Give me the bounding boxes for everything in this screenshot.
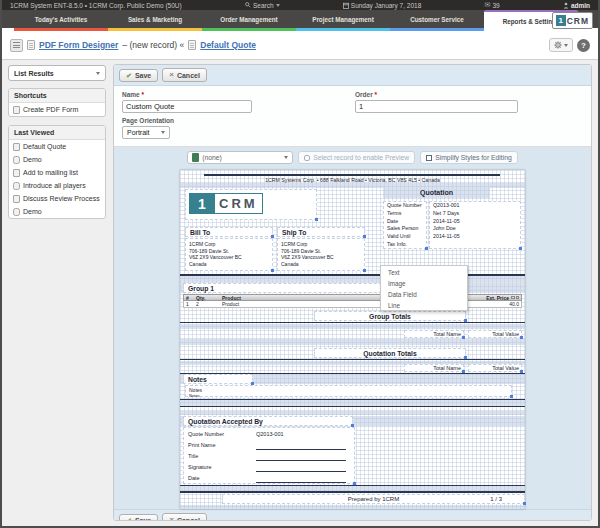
pdf-logo: 1 CRM: [189, 193, 263, 214]
top-action-bar: ✔ Save × Cancel: [114, 65, 591, 86]
top-system-bar: 1CRM System ENT-8.5.0 • 1CRM Corp. Publi…: [2, 0, 598, 10]
simplify-styles-button[interactable]: Simplify Styles for Editing: [420, 151, 518, 164]
sidebar-item-add-to-mailing-list[interactable]: Add to mailing list: [9, 166, 105, 179]
address-line: Canada: [189, 261, 269, 268]
stripe-segment: [390, 28, 484, 31]
pdf-band: [180, 324, 525, 329]
mail-icon: ✉: [485, 1, 491, 9]
pdf-notes-block[interactable]: Notes Notes: [185, 385, 512, 397]
pdf-line-items-table[interactable]: # Qty. Product Ext. Price 1 2 Product ea: [183, 294, 522, 308]
pdf-group-totals-title[interactable]: Group Totals: [314, 311, 466, 321]
accepted-field-value: Q2013-001: [256, 431, 284, 437]
save-button-bottom[interactable]: ✔ Save: [119, 514, 158, 522]
pdf-section-rule[interactable]: [180, 406, 525, 407]
pdf-quote-labels-block[interactable]: Quote Number Terms Date Sales Person Val…: [383, 201, 427, 249]
pdf-accepted-by-title[interactable]: Quotation Accepted By: [183, 416, 353, 426]
sidebar-item-demo-1[interactable]: Demo: [9, 153, 105, 166]
sidebar-item-label: Create PDF Form: [23, 106, 78, 113]
module-link[interactable]: PDF Form Designer: [39, 40, 118, 50]
pdf-total-value-cell[interactable]: Total Value: [468, 364, 522, 372]
call-icon: [13, 156, 20, 164]
calendar-widget[interactable]: Sunday January 7, 2018: [343, 2, 421, 9]
pdf-page-canvas[interactable]: 1CRM Systems Corp. • 688 Falkland Road •…: [180, 170, 525, 509]
shortcuts-title: Shortcuts: [9, 89, 105, 103]
stripe-segment: [108, 28, 202, 31]
pdf-total-name-cell[interactable]: Total Name: [404, 364, 464, 372]
save-button[interactable]: ✔ Save: [119, 69, 158, 82]
context-menu-item-text[interactable]: Text: [381, 266, 467, 277]
sidebar-item-discuss-review-process[interactable]: Discuss Review Process: [9, 192, 105, 205]
pdf-header-rule[interactable]: [204, 174, 500, 176]
sidebar-item-default-quote[interactable]: Default Quote: [9, 140, 105, 153]
pdf-designer-area: (none) Select record to enable Preview S…: [114, 147, 591, 509]
pdf-field-label: Quote Number: [384, 202, 426, 210]
pdf-footer-rule[interactable]: [180, 491, 525, 493]
tab-project-management[interactable]: Project Management: [296, 10, 390, 28]
tab-customer-service[interactable]: Customer Service: [390, 10, 484, 28]
record-select[interactable]: (none): [187, 151, 293, 164]
help-button[interactable]: ?: [577, 39, 590, 52]
pdf-notes-title[interactable]: Notes: [183, 374, 253, 384]
sidebar-item-create-pdf-form[interactable]: Create PDF Form: [9, 103, 105, 116]
cancel-button-label: Cancel: [177, 517, 200, 522]
enable-preview-button[interactable]: Select record to enable Preview: [298, 151, 415, 164]
pdf-field-label: Tax Info.: [384, 241, 426, 249]
context-menu-item-data-field[interactable]: Data Field: [381, 288, 467, 299]
document-icon: [27, 40, 35, 50]
signature-line: [256, 460, 346, 461]
cancel-button[interactable]: × Cancel: [162, 68, 207, 82]
caret-down-icon: [161, 131, 165, 134]
pdf-accepted-by-block[interactable]: Quote Number Q2013-001 Print Name Title …: [183, 427, 355, 484]
sidebar-item-introduce-all-players[interactable]: Introduce all players: [9, 179, 105, 192]
pdf-section-rule[interactable]: [180, 485, 525, 486]
sidebar-item-demo-2[interactable]: Demo: [9, 205, 105, 218]
check-icon: ✔: [126, 517, 132, 522]
last-viewed-title: Last Viewed: [9, 126, 105, 140]
pdf-logo-block[interactable]: 1 CRM: [185, 189, 317, 220]
name-label: Name *: [122, 91, 355, 98]
list-results-dropdown[interactable]: List Results: [8, 65, 106, 81]
menu-button[interactable]: [10, 39, 23, 52]
accepted-field-label: Date: [188, 475, 200, 481]
pdf-footer-block[interactable]: Prepared by 1CRM 1 / 3: [222, 494, 525, 504]
pdf-band: [180, 276, 525, 282]
order-label: Order *: [355, 91, 518, 98]
pdf-total-value-cell[interactable]: Total Value: [468, 330, 522, 338]
pdf-ship-to-block[interactable]: 1CRM Corp 706-189 Davie St. V6Z 2X9 Vanc…: [277, 238, 365, 271]
global-search[interactable]: Search: [245, 2, 280, 9]
pdf-total-name-cell[interactable]: Total Name: [404, 330, 464, 338]
pdf-section-rule[interactable]: [180, 359, 525, 360]
pdf-ship-to-title[interactable]: Ship To: [277, 227, 365, 237]
pdf-quotation-title[interactable]: Quotation: [383, 188, 490, 198]
pdf-section-rule[interactable]: [180, 322, 525, 323]
column-add-remove-controls[interactable]: [511, 296, 519, 300]
tab-todays-activities[interactable]: Today's Activities: [14, 10, 108, 28]
logo-one-block: 1: [556, 15, 566, 26]
cancel-button-bottom[interactable]: × Cancel: [162, 513, 207, 521]
pdf-field-value: Q2013-001: [430, 202, 520, 210]
accepted-field-row: Quote Number Q2013-001: [184, 429, 354, 440]
tab-sales-marketing[interactable]: Sales & Marketing: [108, 10, 202, 28]
mail-widget[interactable]: ✉ 39: [485, 1, 500, 9]
caret-down-icon: [276, 4, 280, 7]
pdf-quote-values-block[interactable]: Q2013-001 Net 7 Days 2014-11-05 John Doe…: [429, 201, 521, 249]
context-menu-item-line[interactable]: Line: [381, 299, 467, 310]
name-input[interactable]: [122, 100, 252, 113]
sidebar: List Results Shortcuts Create PDF Form L…: [2, 60, 110, 526]
designer-toolbar: (none) Select record to enable Preview S…: [114, 151, 591, 164]
page-orientation-select[interactable]: Portrait: [122, 126, 170, 139]
cell-product: Product: [220, 301, 396, 307]
document-icon: [188, 40, 196, 50]
order-input[interactable]: [355, 100, 518, 113]
order-label-text: Order: [355, 91, 373, 98]
record-link[interactable]: Default Quote: [200, 40, 256, 50]
pdf-bill-to-title[interactable]: Bill To: [185, 227, 273, 237]
user-menu[interactable]: admin: [563, 2, 590, 9]
name-label-text: Name: [122, 91, 140, 98]
context-menu-item-image[interactable]: Image: [381, 277, 467, 288]
pdf-bill-to-block[interactable]: 1CRM Corp 706-189 Davie St. V6Z 2X9 Vanc…: [185, 238, 273, 271]
settings-gear-button[interactable]: [549, 38, 573, 52]
table-row[interactable]: 1 2 Product ea 20.0 40.0: [183, 301, 522, 308]
pdf-quotation-totals-title[interactable]: Quotation Totals: [314, 348, 466, 358]
tab-order-management[interactable]: Order Management: [202, 10, 296, 28]
